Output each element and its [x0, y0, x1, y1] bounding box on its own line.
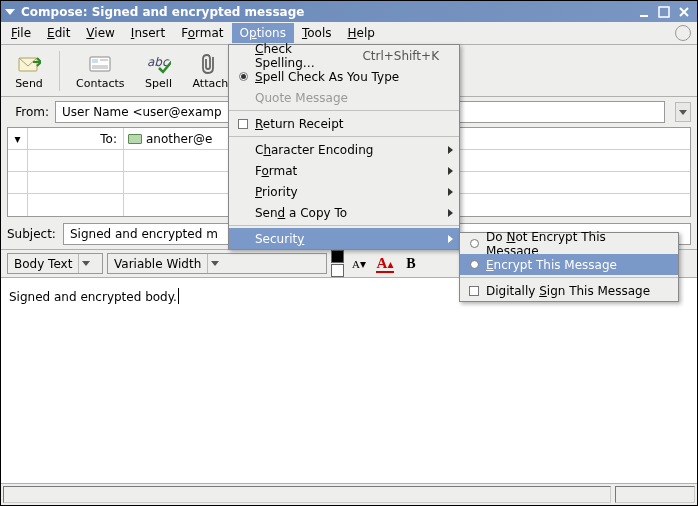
from-value: User Name <user@examp: [62, 105, 222, 119]
message-body[interactable]: Signed and encrypted body.: [1, 278, 697, 483]
send-button[interactable]: Send: [7, 48, 51, 94]
menu-separator: [229, 110, 459, 111]
menuitem-check-spelling[interactable]: Check Spelling…Ctrl+Shift+K: [229, 45, 459, 66]
titlebar: Compose: Signed and encrypted message: [1, 1, 697, 22]
from-label: From:: [7, 105, 49, 119]
menu-options[interactable]: Options: [232, 23, 294, 43]
recipient-type[interactable]: To:: [100, 132, 117, 146]
spell-icon: abc: [147, 52, 171, 76]
checkbox-icon: [469, 286, 479, 296]
menuitem-spell-as-you-type[interactable]: Spell Check As You Type: [229, 66, 459, 87]
checkbox-icon: [238, 119, 248, 129]
menuitem-security[interactable]: Security: [229, 228, 459, 249]
bg-color-swatch[interactable]: [331, 264, 344, 277]
increase-font-button[interactable]: A▴: [374, 253, 396, 275]
menu-help[interactable]: Help: [339, 23, 382, 43]
from-dropdown-button[interactable]: [675, 102, 691, 122]
menuitem-character-encoding[interactable]: Character Encoding: [229, 139, 459, 160]
contacts-icon: [88, 52, 112, 76]
status-pane-1: [3, 486, 611, 503]
menu-edit[interactable]: Edit: [39, 23, 78, 43]
menuitem-format[interactable]: Format: [229, 160, 459, 181]
window-menu-icon[interactable]: [5, 9, 15, 15]
menuitem-priority[interactable]: Priority: [229, 181, 459, 202]
toolbar-separator: [59, 51, 60, 91]
activity-icon: [675, 25, 691, 41]
security-submenu: Do Not Encrypt This Message Encrypt This…: [459, 232, 679, 302]
decrease-font-button[interactable]: A▾: [348, 253, 370, 275]
radio-off-icon: [470, 239, 479, 248]
address-card-icon: [128, 134, 142, 144]
contacts-button[interactable]: Contacts: [68, 48, 133, 94]
menu-separator: [229, 225, 459, 226]
radio-on-icon: [239, 72, 248, 81]
font-family-combo[interactable]: Variable Width: [107, 253, 327, 274]
compose-window: Compose: Signed and encrypted message Fi…: [0, 0, 698, 506]
menuitem-return-receipt[interactable]: Return Receipt: [229, 113, 459, 134]
menu-tools[interactable]: Tools: [294, 23, 340, 43]
text-color-swatch[interactable]: [331, 250, 344, 263]
maximize-button[interactable]: [655, 4, 673, 20]
menu-file[interactable]: File: [3, 23, 39, 43]
window-title: Compose: Signed and encrypted message: [21, 5, 633, 19]
status-pane-2: [615, 486, 695, 503]
subject-label: Subject:: [7, 227, 57, 241]
menuitem-send-copy-to[interactable]: Send a Copy To: [229, 202, 459, 223]
menuitem-digitally-sign[interactable]: Digitally Sign This Message: [460, 280, 678, 301]
text-cursor: [178, 288, 179, 304]
paragraph-style-combo[interactable]: Body Text: [7, 253, 103, 274]
recipient-address[interactable]: another@e: [146, 132, 212, 146]
menuitem-quote-message: Quote Message: [229, 87, 459, 108]
attach-icon: [198, 52, 222, 76]
spell-button[interactable]: abc Spell: [137, 48, 181, 94]
svg-rect-6: [92, 59, 98, 63]
statusbar: [1, 483, 697, 505]
menuitem-do-not-encrypt[interactable]: Do Not Encrypt This Message: [460, 233, 678, 254]
send-icon: [17, 52, 41, 76]
options-dropdown: Check Spelling…Ctrl+Shift+K Spell Check …: [228, 44, 460, 250]
menu-format[interactable]: Format: [173, 23, 231, 43]
menu-separator: [460, 277, 678, 278]
menu-separator: [229, 136, 459, 137]
radio-on-icon: [470, 260, 479, 269]
body-text: Signed and encrypted body.: [9, 290, 177, 304]
menuitem-encrypt[interactable]: Encrypt This Message: [460, 254, 678, 275]
menubar: File Edit View Insert Format Options Too…: [1, 22, 697, 45]
menu-view[interactable]: View: [78, 23, 122, 43]
recipient-marker-icon: ▾: [14, 132, 20, 146]
bold-button[interactable]: B: [400, 253, 422, 275]
svg-rect-1: [659, 7, 669, 17]
close-button[interactable]: [675, 4, 693, 20]
menu-insert[interactable]: Insert: [123, 23, 173, 43]
minimize-button[interactable]: [635, 4, 653, 20]
